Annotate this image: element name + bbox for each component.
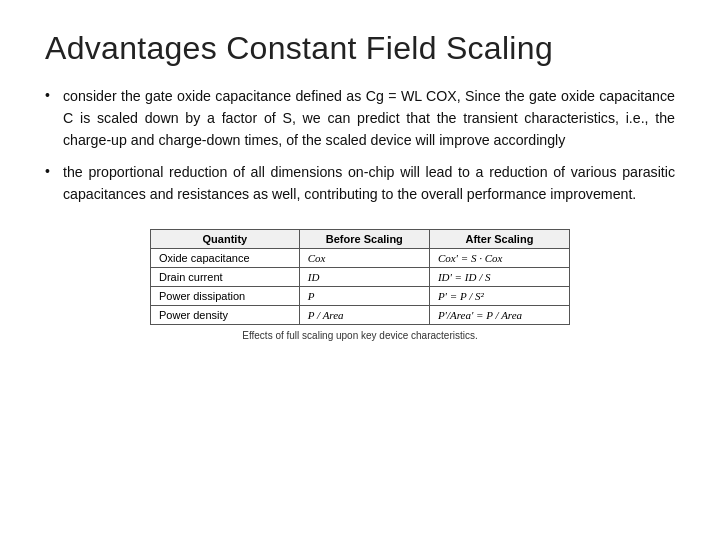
table-row: Drain currentIDID' = ID / S — [151, 268, 570, 287]
table-cell-3-0: Power density — [151, 306, 300, 325]
table-cell-2-1: P — [299, 287, 429, 306]
bullet-dot-1: • — [45, 85, 63, 107]
table-row: Power densityP / AreaP'/Area' = P / Area — [151, 306, 570, 325]
table-cell-3-2: P'/Area' = P / Area — [429, 306, 569, 325]
table-section: Quantity Before Scaling After Scaling Ox… — [45, 229, 675, 341]
bullet-list: • consider the gate oxide capacitance de… — [45, 85, 675, 215]
slide-title: Advantages Constant Field Scaling — [45, 30, 675, 67]
table-caption: Effects of full scaling upon key device … — [242, 330, 477, 341]
bullet-item-2: • the proportional reduction of all dime… — [45, 161, 675, 205]
table-row: Oxide capacitanceCoxCox' = S · Cox — [151, 249, 570, 268]
table-cell-1-0: Drain current — [151, 268, 300, 287]
table-cell-3-1: P / Area — [299, 306, 429, 325]
table-cell-2-0: Power dissipation — [151, 287, 300, 306]
scaling-table: Quantity Before Scaling After Scaling Ox… — [150, 229, 570, 325]
col-header-before: Before Scaling — [299, 230, 429, 249]
content-area: • consider the gate oxide capacitance de… — [45, 85, 675, 520]
table-header-row: Quantity Before Scaling After Scaling — [151, 230, 570, 249]
col-header-quantity: Quantity — [151, 230, 300, 249]
table-row: Power dissipationPP' = P / S² — [151, 287, 570, 306]
table-cell-1-1: ID — [299, 268, 429, 287]
table-cell-0-0: Oxide capacitance — [151, 249, 300, 268]
bullet-item-1: • consider the gate oxide capacitance de… — [45, 85, 675, 151]
table-cell-0-1: Cox — [299, 249, 429, 268]
bullet-text-2: the proportional reduction of all dimens… — [63, 161, 675, 205]
slide: Advantages Constant Field Scaling • cons… — [0, 0, 720, 540]
table-cell-2-2: P' = P / S² — [429, 287, 569, 306]
table-cell-0-2: Cox' = S · Cox — [429, 249, 569, 268]
table-cell-1-2: ID' = ID / S — [429, 268, 569, 287]
bullet-text-1: consider the gate oxide capacitance defi… — [63, 85, 675, 151]
col-header-after: After Scaling — [429, 230, 569, 249]
bullet-dot-2: • — [45, 161, 63, 183]
